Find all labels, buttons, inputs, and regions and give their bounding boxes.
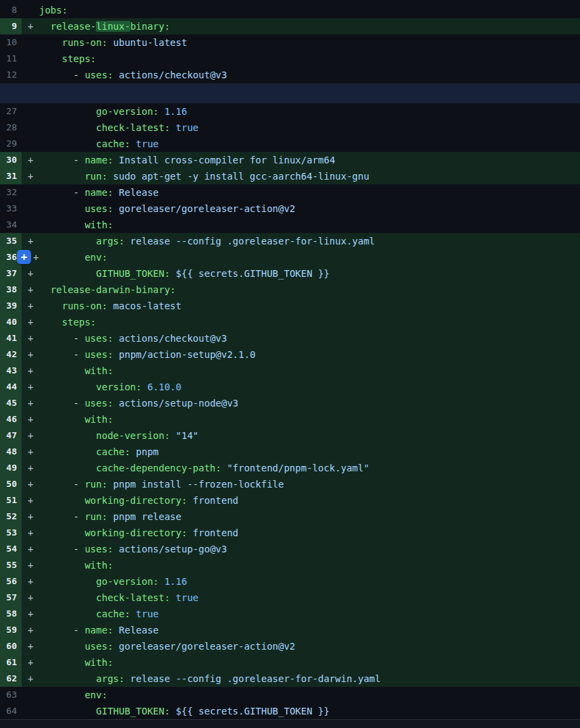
diff-marker: + — [22, 282, 39, 298]
line-number[interactable]: 34 — [0, 217, 22, 233]
diff-line-12: 12 - uses: actions/checkout@v3 — [0, 67, 580, 83]
line-number[interactable]: 59 — [0, 622, 22, 638]
line-number[interactable]: 31 — [0, 168, 22, 184]
line-number[interactable]: 56 — [0, 573, 22, 590]
diff-line-61: 61+ with: — [0, 654, 580, 671]
line-number[interactable]: 10 — [0, 34, 22, 51]
diff-marker: + — [22, 379, 39, 395]
diff-line-33: 33 uses: goreleaser/goreleaser-action@v2 — [0, 201, 580, 217]
code-content: - uses: actions/checkout@v3 — [39, 67, 580, 83]
code-content: release-linux-binary: — [39, 18, 580, 34]
line-number[interactable]: 32 — [0, 184, 22, 201]
line-number[interactable]: 11 — [0, 51, 22, 67]
diff-line-39: 39+ runs-on: macos-latest — [0, 298, 580, 314]
line-number[interactable]: 45 — [0, 395, 22, 411]
code-content: - name: Install cross-compiler for linux… — [39, 152, 580, 168]
line-number[interactable]: 35 — [0, 233, 22, 249]
code-content: check-latest: true — [39, 120, 580, 136]
diff-marker — [22, 217, 39, 233]
line-number[interactable]: 33 — [0, 201, 22, 217]
line-number[interactable]: 55 — [0, 557, 22, 573]
expand-hunk-band[interactable] — [0, 83, 580, 103]
diff-line-34: 34 with: — [0, 217, 580, 233]
line-number[interactable]: 57 — [0, 590, 22, 606]
code-content: steps: — [39, 314, 580, 330]
line-number[interactable]: 62 — [0, 671, 22, 687]
line-number[interactable]: 48 — [0, 444, 22, 460]
line-number[interactable]: 40 — [0, 314, 22, 330]
line-number[interactable]: 51 — [0, 492, 22, 509]
diff-line-35: 35+ args: release --config .goreleaser-f… — [0, 233, 580, 249]
line-number[interactable]: 58 — [0, 606, 22, 622]
diff-marker: + — [22, 427, 39, 444]
line-number[interactable]: 46 — [0, 411, 22, 427]
line-number[interactable]: 30 — [0, 152, 22, 168]
diff-line-41: 41+ - uses: actions/checkout@v3 — [0, 330, 580, 346]
diff-marker: + — [22, 573, 39, 590]
line-number[interactable]: 41 — [0, 330, 22, 346]
diff-line-46: 46+ with: — [0, 411, 580, 427]
diff-marker: + — [22, 298, 39, 314]
diff-marker: + — [22, 363, 39, 379]
code-content: with: — [39, 363, 580, 379]
code-content: steps: — [39, 51, 580, 67]
line-number[interactable]: 53 — [0, 525, 22, 541]
line-number[interactable]: 63 — [0, 687, 22, 703]
code-content: run: sudo apt-get -y install gcc-aarch64… — [39, 168, 580, 184]
diff-line-43: 43+ with: — [0, 363, 580, 379]
diff-marker — [22, 703, 39, 719]
diff-marker — [22, 103, 39, 120]
line-number[interactable]: 28 — [0, 120, 22, 136]
diff-marker: + — [22, 18, 39, 34]
line-number[interactable]: 12 — [0, 67, 22, 83]
diff-line-56: 56+ go-version: 1.16 — [0, 573, 580, 590]
code-content: runs-on: ubuntu-latest — [39, 34, 580, 51]
line-number[interactable]: 60 — [0, 638, 22, 654]
line-number[interactable]: 50 — [0, 476, 22, 492]
line-number[interactable]: 8 — [0, 2, 22, 18]
line-number[interactable]: 52 — [0, 509, 22, 525]
line-number[interactable]: 43 — [0, 363, 22, 379]
diff-marker: + — [22, 233, 39, 249]
line-number[interactable]: 37 — [0, 265, 22, 282]
code-content: - uses: actions/setup-go@v3 — [39, 541, 580, 557]
code-content: runs-on: macos-latest — [39, 298, 580, 314]
diff-marker: + — [22, 460, 39, 476]
diff-line-42: 42+ - uses: pnpm/action-setup@v2.1.0 — [0, 346, 580, 363]
line-number[interactable]: 49 — [0, 460, 22, 476]
line-number[interactable]: 44 — [0, 379, 22, 395]
diff-marker: + — [22, 314, 39, 330]
diff-line-64: 64 GITHUB_TOKEN: ${{ secrets.GITHUB_TOKE… — [0, 703, 580, 719]
add-comment-button[interactable]: + — [17, 250, 31, 264]
line-number[interactable]: 29 — [0, 136, 22, 152]
line-number[interactable]: 9 — [0, 18, 22, 34]
diff-line-63: 63 env: — [0, 687, 580, 703]
diff-line-27: 27 go-version: 1.16 — [0, 103, 580, 120]
line-number[interactable]: 39 — [0, 298, 22, 314]
line-number[interactable]: 61 — [0, 654, 22, 671]
line-number[interactable]: 38 — [0, 282, 22, 298]
line-number[interactable]: 64 — [0, 703, 22, 719]
line-number[interactable]: 47 — [0, 427, 22, 444]
diff-line-52: 52+ - run: pnpm release — [0, 509, 580, 525]
code-content: - uses: actions/checkout@v3 — [39, 330, 580, 346]
code-content: jobs: — [39, 2, 580, 18]
code-content: - name: Release — [39, 184, 580, 201]
code-content: cache: pnpm — [39, 444, 580, 460]
diff-marker: + — [22, 606, 39, 622]
code-content: go-version: 1.16 — [39, 573, 580, 590]
diff-marker: + — [22, 411, 39, 427]
code-content: - run: pnpm install --frozen-lockfile — [39, 476, 580, 492]
diff-line-29: 29 cache: true — [0, 136, 580, 152]
line-number[interactable]: 27 — [0, 103, 22, 120]
code-content: go-version: 1.16 — [39, 103, 580, 120]
line-number[interactable]: 54 — [0, 541, 22, 557]
code-content: with: — [39, 557, 580, 573]
code-content: args: release --config .goreleaser-for-l… — [39, 233, 580, 249]
diff-marker — [22, 201, 39, 217]
code-content: with: — [39, 217, 580, 233]
diff-marker: + — [22, 654, 39, 671]
code-content: - run: pnpm release — [39, 509, 580, 525]
code-content: version: 6.10.0 — [39, 379, 580, 395]
line-number[interactable]: 42 — [0, 346, 22, 363]
